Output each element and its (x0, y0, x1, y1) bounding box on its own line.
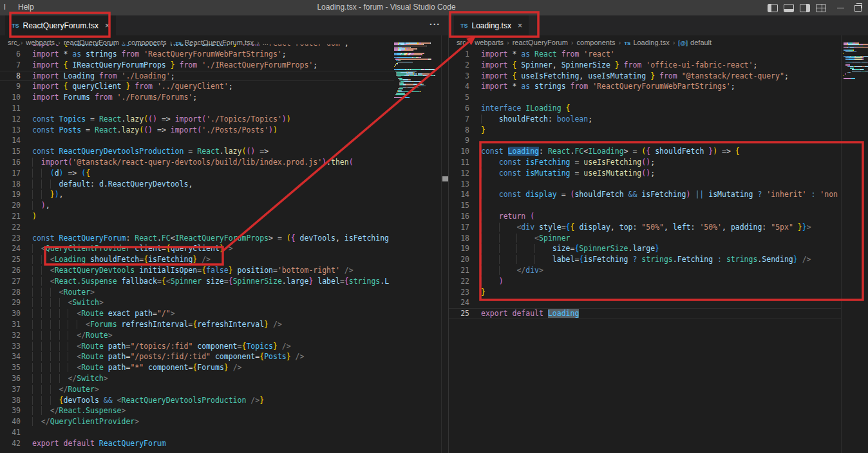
code-line[interactable]: 40 </QueryClientProvider> (0, 416, 394, 427)
code-line[interactable]: 30 <Route exact path="/"> (0, 308, 394, 319)
code-area[interactable]: 1import * as React from 'react'2import {… (449, 49, 841, 453)
code-token: ) (322, 158, 326, 167)
code-line[interactable]: 9import { queryClient } from '../queryCl… (0, 81, 394, 92)
code-line[interactable]: 23const ReactQueryForum: React.FC<IReact… (0, 233, 394, 244)
code-line[interactable]: 26 <ReactQueryDevtools initialIsOpen={fa… (0, 265, 394, 276)
code-line[interactable]: 18 default: d.ReactQueryDevtools, (0, 179, 394, 190)
breadcrumb[interactable]: src›webparts›reactQueryForum›components›… (457, 35, 712, 50)
breadcrumb-item[interactable]: webparts (475, 39, 504, 46)
code-line[interactable]: 29 <Switch> (0, 297, 394, 308)
code-line[interactable]: 6interface ILoading { (449, 103, 841, 114)
tab-reactqueryforum[interactable]: TS ReactQueryForum.tsx × (5, 15, 116, 35)
editor-group-sash[interactable] (448, 15, 449, 453)
close-icon[interactable]: × (105, 21, 109, 30)
code-line[interactable]: 39 </React.Suspense> (0, 405, 394, 416)
code-line[interactable]: 33 <Route path="/topics/:fid" component=… (0, 341, 394, 352)
code-token: path (108, 342, 126, 351)
restore-icon[interactable] (854, 5, 862, 12)
code-line[interactable]: 21 </div> (449, 265, 841, 276)
code-line[interactable]: 25export default Loading (449, 308, 841, 319)
code-line[interactable]: 8import Loading from './Loading'; (0, 71, 394, 82)
code-line[interactable]: 5import { HashRouter as Router, Route, S… (0, 44, 394, 49)
code-line[interactable]: 7import { IReactQueryForumProps } from '… (0, 60, 394, 71)
code-line[interactable]: 36 </Switch> (0, 373, 394, 384)
code-token: './Posts/Posts' (202, 125, 269, 134)
code-line[interactable]: 9 (449, 135, 841, 146)
code-line[interactable]: 11 const isFetching = useIsFetching(); (449, 157, 841, 168)
code-line[interactable]: 2import { Spinner, SpinnerSize } from 'o… (449, 60, 841, 71)
code-line[interactable]: 22 (0, 222, 394, 233)
code-line[interactable]: 12 const isMutating = useIsMutating(); (449, 168, 841, 179)
line-number: 41 (0, 427, 21, 438)
code-line[interactable]: 24 (449, 297, 841, 308)
code-line[interactable]: 21) (0, 211, 394, 222)
code-line[interactable]: 16 import('@tanstack/react-query-devtool… (0, 157, 394, 168)
code-line[interactable]: 19 size={SpinnerSize.large} (449, 243, 841, 254)
code-line[interactable]: 25 <Loading shouldFetch={isFetching} /> (0, 254, 394, 265)
menu-item-help[interactable]: Help (15, 3, 37, 12)
code-line[interactable]: 20 label={isFetching ? strings.Fetching … (449, 254, 841, 265)
breadcrumb-item[interactable]: default (690, 39, 712, 46)
minimap[interactable] (394, 42, 441, 441)
code-line[interactable]: 1import * as React from 'react' (449, 49, 841, 60)
code-line[interactable]: 15 (449, 200, 841, 211)
breadcrumb-item[interactable]: components (577, 39, 616, 46)
layout-panel-icon[interactable] (784, 4, 794, 12)
code-line[interactable]: 22 ) (449, 276, 841, 287)
minimize-icon[interactable] (837, 8, 844, 8)
code-line[interactable]: 3import { useIsFetching, useIsMutating }… (449, 71, 841, 82)
title-bar: l Help Loading.tsx - forum - Visual Stud… (0, 0, 868, 15)
code-token: : (548, 115, 557, 124)
code-line[interactable]: 4import * as strings from 'ReactQueryFor… (449, 81, 841, 92)
code-line[interactable]: 12const Topics = React.lazy(() => import… (0, 114, 394, 125)
minimap[interactable] (844, 42, 868, 441)
code-line[interactable]: 23} (449, 287, 841, 298)
code-line[interactable]: 14 (0, 135, 394, 146)
code-line[interactable]: 13 (449, 179, 841, 190)
code-token (32, 158, 41, 167)
more-actions-icon[interactable]: ··· (429, 15, 440, 35)
code-line[interactable]: 34 <Route path="/posts/:fid/:tid" compon… (0, 351, 394, 362)
code-area[interactable]: 6import * as strings from 'ReactQueryFor… (0, 49, 394, 453)
close-icon[interactable]: × (518, 21, 522, 30)
code-line[interactable]: 8} (449, 125, 841, 136)
layout-sidebar-right-icon[interactable] (800, 4, 810, 12)
customize-layout-icon[interactable] (816, 4, 826, 12)
layout-sidebar-left-icon[interactable] (768, 4, 778, 12)
code-line[interactable]: 13const Posts = React.lazy(() => import(… (0, 125, 394, 136)
code-line[interactable]: 37 </Router> (0, 384, 394, 395)
code-line[interactable]: 10import Forums from './Forums/Forums'; (0, 92, 394, 103)
code-line[interactable]: 24 <QueryClientProvider client={queryCli… (0, 243, 394, 254)
code-line[interactable]: 38 {devTools && <ReactQueryDevtoolsProdu… (0, 395, 394, 406)
code-line[interactable]: 31 <Forums refreshInterval={refreshInter… (0, 319, 394, 330)
code-line[interactable]: 35 <Route path="*" component={Forums} /> (0, 362, 394, 373)
breadcrumb-item[interactable]: reactQueryForum (513, 39, 568, 46)
code-line[interactable]: 10const Loading: React.FC<ILoading> = ({… (449, 146, 841, 157)
code-line[interactable]: 41 (0, 427, 394, 438)
code-token: './Topics/Topics' (206, 115, 282, 124)
code-token: lazy (224, 147, 242, 156)
code-line[interactable]: 28 <Router> (0, 287, 394, 298)
code-line[interactable]: 15const ReactQueryDevtoolsProduction = R… (0, 146, 394, 157)
code-line[interactable]: 6import * as strings from 'ReactQueryFor… (0, 49, 394, 60)
code-line[interactable]: 16 return ( (449, 211, 841, 222)
code-line[interactable]: 42export default ReactQueryForum (0, 438, 394, 449)
code-line[interactable]: 27 <React.Suspense fallback={<Spinner si… (0, 276, 394, 287)
tab-loading[interactable]: TS Loading.tsx × (454, 15, 529, 35)
code-line[interactable]: 18 <Spinner (449, 233, 841, 244)
code-token: const (32, 147, 59, 156)
code-line[interactable]: 11 (0, 103, 394, 114)
code-line[interactable]: 19 }), (0, 189, 394, 200)
code-line[interactable]: 17 <div style={{ display, top: "50%", le… (449, 222, 841, 233)
code-line[interactable]: 5 (449, 92, 841, 103)
breadcrumb-item[interactable]: Loading.tsx (633, 39, 669, 46)
code-token: isFetching (148, 255, 193, 264)
code-token: display (525, 190, 561, 199)
code-line[interactable]: 7 shouldFetch: boolean; (449, 114, 841, 125)
breadcrumb-item[interactable]: src (457, 39, 466, 46)
code-line[interactable]: 17 (d) => ({ (0, 168, 394, 179)
scrollbar-marker[interactable] (442, 176, 448, 181)
code-line[interactable]: 14 const display = (shouldFetch && isFet… (449, 189, 841, 200)
code-line[interactable]: 32 </Route> (0, 330, 394, 341)
code-line[interactable]: 20 ), (0, 200, 394, 211)
